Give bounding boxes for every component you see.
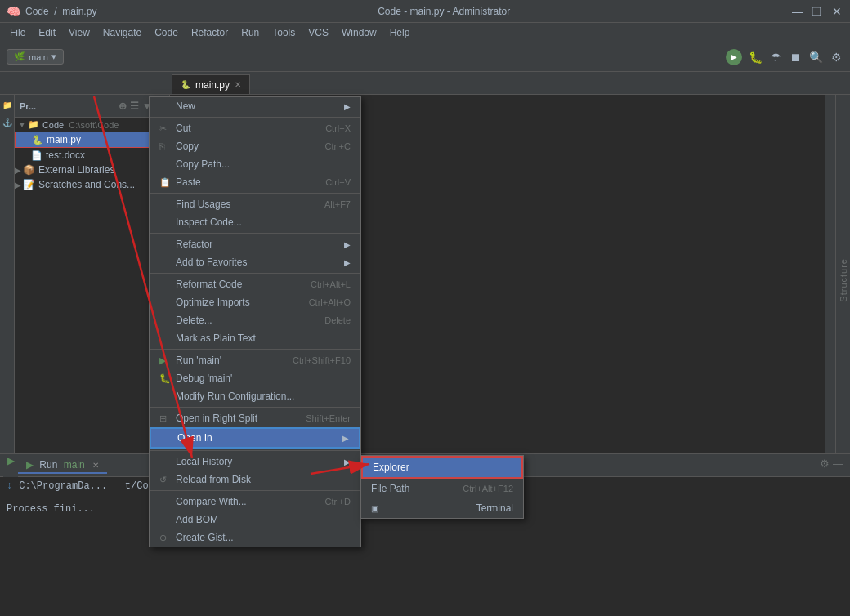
ctx-debug[interactable]: 🐛Debug 'main' (170, 369, 360, 387)
menu-navigate[interactable]: Navigate (96, 25, 148, 40)
menu-tools[interactable]: Tools (266, 25, 302, 40)
ctx-sep-5 (170, 349, 360, 350)
chevron-down-icon: ▾ (51, 51, 56, 62)
ctx-mark-plain[interactable]: Mark as Plain Text (170, 329, 360, 347)
tree-root[interactable]: ▼ 📁 Code C:\soft\Code (15, 118, 169, 132)
structure-icon[interactable]: ⚓ (1, 116, 14, 129)
ctx-optimize-label: Optimize Imports (176, 297, 250, 308)
toolbar-right: ▶ 🐛 ☂ ⏹ 🔍 ⚙ (726, 49, 843, 65)
menu-bar: File Edit View Navigate Code Refactor Ru… (0, 23, 850, 42)
ctx-new-label: New (176, 100, 195, 112)
ctx-copy-shortcut: Ctrl+C (325, 141, 351, 151)
ctx-optimize-shortcut: Ctrl+Alt+O (309, 297, 351, 307)
tree-item-scratches[interactable]: ▶ 📝 Scratches and Cons... (15, 177, 169, 192)
ctx-find-usages[interactable]: Find Usages Alt+F7 (170, 195, 360, 213)
menu-help[interactable]: Help (383, 25, 417, 40)
ctx-add-fav[interactable]: Add to Favorites ▶ (170, 253, 360, 271)
run-tab-label: Run (39, 459, 57, 471)
maximize-button[interactable]: ❐ (811, 5, 824, 18)
bottom-settings-icon[interactable]: ⚙ (820, 458, 830, 470)
title-bar: 🧠 Code / main.py Code - main.py - Admini… (0, 0, 850, 23)
panel-list-icon[interactable]: ☰ (130, 100, 139, 112)
menu-edit[interactable]: Edit (32, 25, 62, 40)
ctx-open-right[interactable]: ⊞Open in Right Split Shift+Enter (170, 409, 360, 427)
ctx-paste-shortcut: Ctrl+V (325, 177, 351, 187)
ctx-paste[interactable]: 📋Paste Ctrl+V (170, 173, 360, 191)
ctx-delete[interactable]: Delete... Delete (170, 311, 360, 329)
ctx-modify-run[interactable]: Modify Run Configuration... (170, 387, 360, 405)
menu-view[interactable]: View (62, 25, 96, 40)
ctx-run-icon: ▶ (170, 355, 171, 366)
menu-vcs[interactable]: VCS (302, 25, 335, 40)
menu-code[interactable]: Code (148, 25, 185, 40)
ctx-find-shortcut: Alt+F7 (324, 199, 351, 209)
run-arrows-icon: ↕ (7, 480, 12, 492)
structure-label: Structure (839, 258, 848, 302)
bottom-tab-run[interactable]: ▶ Run main ✕ (18, 458, 107, 474)
folder-icon: 📁 (28, 119, 39, 130)
ctx-cut[interactable]: ✂Cut Ctrl+X (170, 119, 360, 137)
ctx-open-in[interactable]: Open In ▶ (170, 427, 360, 449)
project-icon[interactable]: 📁 (1, 98, 14, 111)
app-icon: 🧠 (7, 5, 20, 18)
tree-item-ext-libs[interactable]: ▶ 📦 External Libraries (15, 163, 169, 177)
bottom-collapse-icon[interactable]: — (833, 458, 843, 470)
ctx-delete-shortcut: Delete (324, 315, 351, 325)
ctx-cut-label: Cut (176, 123, 191, 134)
branch-selector[interactable]: 🌿 main ▾ (7, 49, 64, 65)
ctx-run-shortcut: Ctrl+Shift+F10 (293, 355, 351, 365)
context-menu: New ▶ ✂Cut Ctrl+X ⎘Copy Ctrl+C Copy Path… (170, 96, 361, 453)
ctx-cut-shortcut: Ctrl+X (325, 123, 351, 133)
ctx-reformat[interactable]: Reformat Code Ctrl+Alt+L (170, 275, 360, 293)
tree-label-test-docx: test.docx (46, 150, 85, 161)
ctx-open-in-arrow: ▶ (342, 434, 349, 443)
tab-close-icon[interactable]: ✕ (235, 80, 241, 89)
menu-window[interactable]: Window (335, 25, 383, 40)
ctx-copy-path-label: Copy Path... (176, 158, 230, 170)
tree-item-main-py[interactable]: 🐍 main.py (15, 132, 169, 148)
ctx-copy[interactable]: ⎘Copy Ctrl+C (170, 137, 360, 155)
ctx-inspect[interactable]: Inspect Code... (170, 213, 360, 231)
ctx-copy-icon: ⎘ (170, 141, 171, 151)
ctx-run[interactable]: ▶Run 'main' Ctrl+Shift+F10 (170, 351, 360, 369)
menu-refactor[interactable]: Refactor (185, 25, 235, 40)
ctx-refactor[interactable]: Refactor ▶ (170, 235, 360, 253)
ctx-open-in-label: Open In (177, 432, 212, 444)
project-panel: Pr... ⊕ ☰ ▼ ⚙ ▼ 📁 Code C:\soft\Code 🐍 ma… (15, 95, 170, 453)
ctx-sep-4 (170, 273, 360, 274)
tree-arrow-ext: ▶ (15, 166, 21, 175)
menu-file[interactable]: File (3, 25, 32, 40)
ctx-modify-label: Modify Run Configuration... (176, 391, 294, 402)
editor-tab-bar: 🐍 main.py ✕ (0, 72, 850, 95)
run-tab-close-icon[interactable]: ✕ (92, 461, 99, 470)
ctx-refactor-label: Refactor (176, 239, 212, 250)
ctx-open-right-label: Open in Right Split (176, 413, 257, 424)
tree-label-scratches: Scratches and Cons... (38, 179, 135, 190)
run-panel-play-icon[interactable]: ▶ (4, 454, 17, 467)
title-bar-controls: — ❐ ✕ (791, 5, 843, 18)
ctx-optimize[interactable]: Optimize Imports Ctrl+Alt+O (170, 293, 360, 311)
stop-button[interactable]: ⏹ (788, 49, 803, 65)
ctx-reformat-shortcut: Ctrl+Alt+L (311, 279, 351, 289)
tree-item-test-docx[interactable]: 📄 test.docx (15, 148, 169, 163)
run-button[interactable]: ▶ (726, 49, 742, 65)
tab-main-py[interactable]: 🐍 main.py ✕ (172, 74, 250, 94)
ctx-new[interactable]: New ▶ (170, 97, 360, 115)
coverage-button[interactable]: ☂ (769, 49, 783, 65)
editor-area[interactable]: C:\ProgramDa... t/Code/main.py 1 from do… (170, 95, 835, 453)
title-bar-left: 🧠 Code / main.py (7, 5, 96, 18)
toolbar-left: 🌿 main ▾ (7, 49, 64, 65)
ctx-run-label: Run 'main' (176, 355, 221, 366)
settings-button[interactable]: ⚙ (830, 49, 843, 65)
ctx-paste-label: Paste (176, 176, 201, 188)
minimize-button[interactable]: — (791, 5, 804, 18)
ctx-paste-icon: 📋 (170, 177, 171, 188)
panel-plus-icon[interactable]: ⊕ (119, 100, 127, 112)
search-button[interactable]: 🔍 (808, 49, 825, 65)
debug-button[interactable]: 🐛 (747, 49, 764, 65)
ctx-copy-path[interactable]: Copy Path... (170, 155, 360, 173)
close-button[interactable]: ✕ (830, 5, 843, 18)
menu-run[interactable]: Run (235, 25, 266, 40)
scroll-indicator[interactable] (825, 95, 835, 453)
bottom-toolbar: ⚙ — (820, 458, 843, 470)
